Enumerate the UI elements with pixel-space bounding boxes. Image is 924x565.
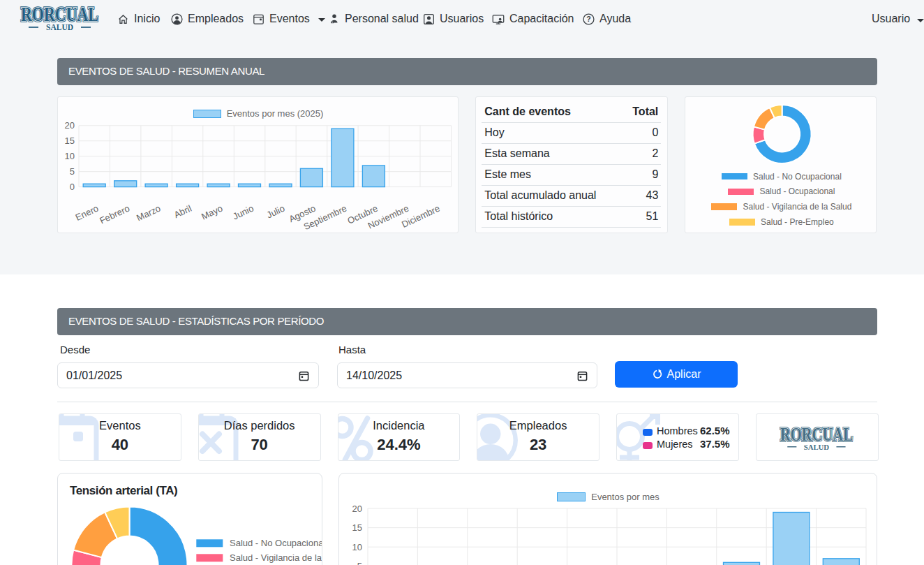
- svg-text:15: 15: [352, 522, 362, 533]
- svg-text:RORCUAL: RORCUAL: [21, 3, 98, 25]
- svg-text:5: 5: [70, 166, 75, 177]
- svg-text:10: 10: [65, 151, 75, 161]
- svg-text:RORCUAL: RORCUAL: [780, 424, 853, 445]
- svg-text:5: 5: [357, 561, 362, 565]
- svg-text:20: 20: [352, 504, 362, 514]
- svg-text:SALUD: SALUD: [46, 22, 73, 32]
- svg-text:Salud - No Ocupacional: Salud - No Ocupacional: [230, 538, 322, 548]
- svg-text:Abril: Abril: [172, 203, 193, 221]
- svg-text:Junio: Junio: [231, 203, 255, 222]
- svg-text:0: 0: [70, 182, 75, 192]
- svg-text:20: 20: [65, 120, 75, 131]
- svg-text:Salud - Vigilancia de la Salud: Salud - Vigilancia de la Salud: [230, 552, 322, 563]
- svg-text:Enero: Enero: [74, 203, 100, 223]
- svg-text:Febrero: Febrero: [98, 203, 131, 226]
- svg-text:SALUD: SALUD: [804, 442, 830, 450]
- svg-text:Marzo: Marzo: [135, 203, 162, 223]
- svg-text:Mayo: Mayo: [200, 203, 224, 222]
- svg-text:Julio: Julio: [265, 203, 287, 221]
- svg-text:10: 10: [352, 542, 362, 552]
- svg-text:15: 15: [65, 135, 75, 146]
- svg-text:?: ?: [586, 15, 590, 23]
